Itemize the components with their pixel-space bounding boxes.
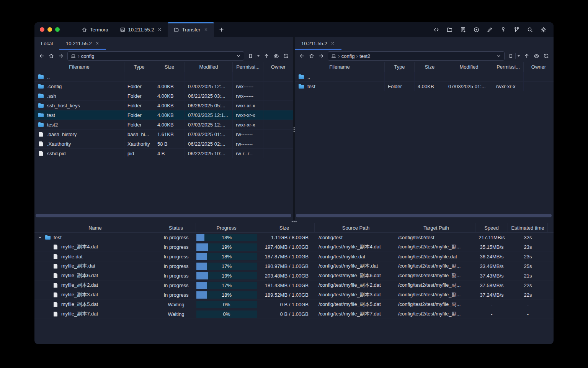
file-type-icon bbox=[38, 94, 44, 99]
file-permissions bbox=[493, 72, 524, 81]
path-dropdown-chevron-icon[interactable] bbox=[236, 53, 241, 59]
file-type: Folder bbox=[124, 82, 154, 91]
breadcrumb-segment[interactable]: test2 bbox=[359, 53, 370, 59]
bookmark-icon[interactable] bbox=[248, 53, 253, 59]
column-header[interactable]: Name bbox=[34, 223, 156, 232]
file-owner bbox=[263, 139, 293, 148]
upload-up-arrow-icon[interactable] bbox=[263, 53, 270, 59]
column-header[interactable]: Size bbox=[154, 62, 185, 72]
file-row[interactable]: sshd.pid pid 4 B 06/22/2025 10:... rw-r-… bbox=[34, 149, 293, 158]
back-icon[interactable] bbox=[39, 53, 45, 59]
transfer-row[interactable]: myfile_副本4.dat In progress 19% 197.48MB … bbox=[34, 242, 554, 252]
column-header[interactable]: Estimated time bbox=[508, 223, 548, 232]
column-header[interactable]: Size bbox=[415, 62, 445, 72]
refresh-icon[interactable] bbox=[543, 53, 549, 59]
file-row[interactable]: .config Folder 4.00KB 07/02/2025 12:... … bbox=[34, 82, 293, 91]
file-row[interactable]: test Folder 4.00KB 07/03/2025 01:... rwx… bbox=[295, 82, 554, 91]
close-tab-icon[interactable] bbox=[157, 27, 162, 32]
horizontal-scrollbar[interactable] bbox=[36, 214, 291, 217]
show-hidden-eye-icon[interactable] bbox=[273, 53, 279, 59]
breadcrumb: ›config bbox=[77, 53, 94, 59]
file-row[interactable]: .. bbox=[34, 72, 293, 82]
path-breadcrumb-field[interactable]: ›config›test2 bbox=[328, 51, 505, 61]
titlebar-tab[interactable]: Termora bbox=[76, 22, 114, 37]
column-header[interactable]: Progress bbox=[196, 223, 257, 232]
transfer-row[interactable]: myfile_副本3.dat In progress 18% 189.52MB … bbox=[34, 290, 554, 300]
column-header[interactable]: Speed bbox=[475, 223, 508, 232]
column-header[interactable]: Permissi... bbox=[233, 62, 263, 72]
column-header[interactable]: Filename bbox=[34, 62, 124, 72]
transfer-row[interactable]: myfile_副本.dat In progress 17% 180.97MB /… bbox=[34, 261, 554, 271]
chevron-down-expander-icon[interactable] bbox=[38, 235, 42, 240]
bookmark-caret-down-icon[interactable] bbox=[257, 55, 260, 57]
file-row[interactable]: .ssh Folder 4.00KB 06/21/2025 03:... rwx… bbox=[34, 91, 293, 101]
record-icon[interactable] bbox=[473, 26, 480, 33]
column-header[interactable]: Owner bbox=[263, 62, 293, 72]
edit-icon[interactable] bbox=[487, 26, 493, 33]
key-icon[interactable] bbox=[500, 26, 506, 33]
column-header[interactable]: Modified bbox=[445, 62, 493, 72]
file-type: Folder bbox=[124, 101, 154, 110]
settings-gear-icon[interactable] bbox=[540, 26, 547, 33]
panel-tab[interactable]: 10.211.55.2 bbox=[59, 37, 106, 50]
transfer-row[interactable]: myfile_副本2.dat In progress 17% 181.43MB … bbox=[34, 281, 554, 290]
back-icon[interactable] bbox=[299, 53, 305, 59]
file-row[interactable]: ssh_host_keys Folder 4.00KB 06/26/2025 0… bbox=[34, 101, 293, 110]
column-header[interactable]: Owner bbox=[524, 62, 554, 72]
keychain-icon[interactable] bbox=[513, 26, 520, 33]
column-header[interactable]: Type bbox=[124, 62, 154, 72]
new-tab-button[interactable] bbox=[214, 22, 229, 37]
home-icon[interactable] bbox=[48, 53, 54, 59]
transfer-row[interactable]: test In progress 13% 1.11GB / 8.00GB /co… bbox=[34, 233, 554, 242]
forward-icon[interactable] bbox=[58, 53, 64, 59]
forward-icon[interactable] bbox=[318, 53, 324, 59]
logs-icon[interactable] bbox=[460, 26, 466, 33]
file-type-icon bbox=[299, 84, 304, 89]
column-header[interactable]: Modified bbox=[185, 62, 233, 72]
file-row[interactable]: .Xauthority Xauthority 58 B 06/22/2025 0… bbox=[34, 139, 293, 149]
transfer-row[interactable]: myfile_副本5.dat Waiting 0% 0 B / 1.00GB /… bbox=[34, 300, 554, 309]
transfer-table-header: Name Status Progress Size Source Path Ta… bbox=[34, 223, 554, 233]
code-icon[interactable] bbox=[433, 26, 439, 33]
titlebar-tab[interactable]: 10.211.55.2 bbox=[114, 22, 168, 37]
column-header[interactable]: Size bbox=[257, 223, 315, 232]
close-window-button[interactable] bbox=[40, 27, 44, 32]
column-header[interactable]: Permissi... bbox=[493, 62, 524, 72]
refresh-icon[interactable] bbox=[283, 53, 289, 59]
transfer-row[interactable]: myfile_副本6.dat In progress 19% 203.48MB … bbox=[34, 271, 554, 281]
window-controls bbox=[34, 22, 66, 37]
file-row[interactable]: .. bbox=[295, 72, 554, 82]
folder-icon[interactable] bbox=[446, 26, 453, 33]
close-tab-icon[interactable] bbox=[95, 41, 100, 46]
search-icon[interactable] bbox=[527, 26, 533, 33]
bookmark-icon[interactable] bbox=[508, 53, 514, 59]
panel-tab[interactable]: Local bbox=[34, 37, 59, 50]
transfer-row[interactable]: myfile_副本7.dat Waiting 0% 0 B / 1.00GB /… bbox=[34, 309, 554, 319]
column-header[interactable]: Filename bbox=[295, 62, 385, 72]
home-icon[interactable] bbox=[309, 53, 315, 59]
column-header[interactable]: Type bbox=[385, 62, 415, 72]
file-row[interactable]: .bash_history bash_hi... 1.61KB 07/03/20… bbox=[34, 130, 293, 139]
close-tab-icon[interactable] bbox=[330, 41, 335, 46]
zoom-window-button[interactable] bbox=[55, 27, 60, 32]
column-header[interactable]: Target Path bbox=[394, 223, 475, 232]
breadcrumb-segment[interactable]: config bbox=[81, 53, 95, 59]
file-row[interactable]: test Folder 4.00KB 07/03/2025 12:1... rw… bbox=[34, 110, 293, 120]
close-tab-icon[interactable] bbox=[204, 27, 208, 32]
file-type-icon bbox=[53, 245, 59, 250]
column-header[interactable]: Status bbox=[156, 223, 196, 232]
minimize-window-button[interactable] bbox=[47, 27, 52, 32]
panel-tab[interactable]: 10.211.55.2 bbox=[295, 37, 341, 50]
transfer-row[interactable]: myfile.dat In progress 18% 187.87MB / 1.… bbox=[34, 252, 554, 261]
show-hidden-eye-icon[interactable] bbox=[533, 53, 540, 59]
column-header[interactable]: Source Path bbox=[315, 223, 394, 232]
path-breadcrumb-field[interactable]: ›config bbox=[67, 51, 244, 61]
file-row[interactable]: test2 Folder 4.00KB 07/03/2025 12:... rw… bbox=[34, 120, 293, 130]
path-dropdown-chevron-icon[interactable] bbox=[496, 53, 501, 59]
horizontal-scrollbar[interactable] bbox=[296, 214, 552, 217]
bookmark-caret-down-icon[interactable] bbox=[517, 55, 520, 57]
upload-up-arrow-icon[interactable] bbox=[524, 53, 530, 59]
titlebar-tab[interactable]: Transfer bbox=[168, 22, 214, 37]
breadcrumb-segment[interactable]: config bbox=[341, 53, 355, 59]
horizontal-splitter[interactable] bbox=[34, 220, 554, 223]
